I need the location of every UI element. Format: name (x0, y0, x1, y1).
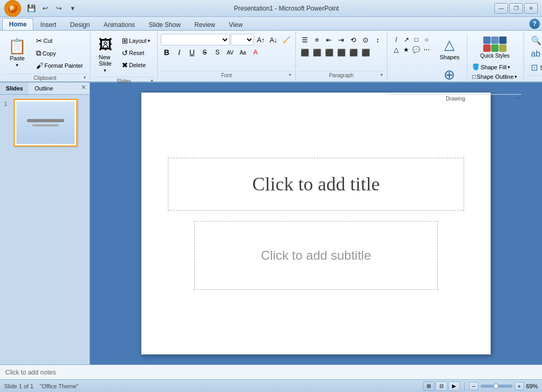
title-placeholder[interactable]: Click to add title (168, 158, 464, 211)
increase-font-button[interactable]: A↑ (255, 34, 267, 45)
delete-button[interactable]: ✖ Delete (119, 59, 153, 71)
thumb-title (27, 119, 64, 122)
drawing-label[interactable]: Drawing (390, 94, 521, 103)
new-slide-label: NewSlide (99, 54, 112, 67)
align-left-button[interactable]: ⬛ (299, 47, 311, 58)
font-name-select[interactable] (161, 34, 230, 45)
tab-home[interactable]: Home (2, 18, 33, 30)
strikethrough-button[interactable]: S (199, 47, 211, 58)
slides-tab[interactable]: Slides (0, 83, 29, 94)
text-box-button[interactable]: ⬛ (360, 47, 372, 58)
new-slide-button[interactable]: 🖼 NewSlide ▾ (94, 34, 117, 76)
tab-insert[interactable]: Insert (33, 19, 63, 30)
align-center-button[interactable]: ⬛ (311, 47, 323, 58)
slideshow-button[interactable]: ▶ (448, 381, 460, 391)
restore-button[interactable]: ❐ (509, 3, 523, 14)
bold-button[interactable]: B (161, 47, 173, 58)
slide-sorter-button[interactable]: ⊟ (436, 381, 447, 391)
editing-label[interactable]: Editing (526, 75, 542, 84)
select-button[interactable]: ⊡ Select ▾ (527, 61, 542, 74)
line-spacing-button[interactable]: ↕ (372, 34, 384, 45)
shape-fill-button[interactable]: 🪣 Shape Fill ▾ (469, 62, 520, 71)
tab-view[interactable]: View (222, 19, 250, 30)
shape-star[interactable]: ★ (402, 45, 411, 54)
qat-dropdown[interactable]: ▾ (67, 3, 78, 14)
paste-button[interactable]: 📋 Paste ▾ (3, 34, 31, 72)
tab-design[interactable]: Design (63, 19, 96, 30)
paste-icon: 📋 (8, 39, 26, 54)
minimize-button[interactable]: — (494, 3, 508, 14)
shape-outline-label: Shape Outline (477, 74, 514, 80)
format-painter-button[interactable]: 🖌 Format Painter (33, 60, 86, 71)
slides-label[interactable]: Slides (93, 77, 155, 85)
replace-icon: ab (531, 49, 540, 59)
inc-indent-button[interactable]: ⇥ (336, 34, 347, 45)
underline-button[interactable]: U (186, 47, 198, 58)
copy-button[interactable]: ⧉ Copy (33, 47, 86, 59)
font-label[interactable]: Font (160, 71, 293, 79)
zoom-in-button[interactable]: + (514, 382, 524, 390)
normal-view-button[interactable]: ⊞ (423, 381, 435, 391)
numbering-button[interactable]: ≡ (311, 34, 323, 45)
shape-outline-button[interactable]: □ Shape Outline ▾ (469, 72, 520, 81)
paste-dropdown[interactable]: ▾ (16, 62, 19, 68)
shape-callout[interactable]: 💬 (412, 45, 421, 54)
canvas-area: Click to add title Click to add subtitle (90, 83, 542, 364)
dec-indent-button[interactable]: ⇤ (323, 34, 335, 45)
qs-box-2 (491, 37, 499, 44)
help-button[interactable]: ? (529, 19, 540, 29)
new-slide-dropdown[interactable]: ▾ (104, 68, 106, 73)
zoom-out-button[interactable]: − (469, 382, 478, 390)
layout-button[interactable]: ⊞ Layout ▾ (119, 35, 153, 47)
shapes-button[interactable]: △ Shapes (435, 34, 465, 63)
cut-button[interactable]: ✂ Cut (33, 35, 86, 47)
columns-button[interactable]: ⬛ (348, 47, 359, 58)
text-direction-button[interactable]: ⟲ (348, 34, 359, 45)
shape-more[interactable]: ⋯ (422, 45, 431, 54)
close-button[interactable]: ✕ (524, 3, 538, 14)
shape-rect[interactable]: □ (412, 35, 421, 44)
slide-thumbnail-1[interactable] (14, 99, 77, 147)
zoom-slider[interactable] (481, 385, 512, 388)
clipboard-label[interactable]: Clipboard (2, 74, 88, 82)
shadow-button[interactable]: S (212, 47, 223, 58)
reset-button[interactable]: ↺ Reset (119, 47, 153, 59)
char-spacing-button[interactable]: AV (224, 47, 236, 58)
clipboard-side: ✂ Cut ⧉ Copy 🖌 Format Painter (32, 34, 87, 72)
decrease-font-button[interactable]: A↓ (268, 34, 279, 45)
office-button[interactable]: P (4, 0, 21, 17)
shape-triangle[interactable]: △ (392, 45, 401, 54)
find-button[interactable]: 🔍 Find (527, 34, 542, 47)
zoom-area: − + 69% (469, 382, 538, 390)
bullets-button[interactable]: ☰ (299, 34, 311, 45)
layout-icon: ⊞ (122, 37, 128, 45)
paragraph-label[interactable]: Paragraph (298, 71, 385, 79)
panel-close-button[interactable]: ✕ (78, 83, 89, 94)
font-color-button[interactable]: A (250, 47, 261, 58)
undo-button[interactable]: ↩ (39, 3, 51, 14)
convert-smartart-button[interactable]: ⊙ (360, 34, 372, 45)
redo-button[interactable]: ↪ (53, 3, 65, 14)
tab-animations[interactable]: Animations (97, 19, 142, 30)
subtitle-placeholder[interactable]: Click to add subtitle (194, 221, 438, 290)
font-size-select[interactable] (231, 34, 254, 45)
shape-oval[interactable]: ○ (422, 35, 431, 44)
shape-arrow[interactable]: ↗ (402, 35, 411, 44)
tab-slideshow[interactable]: Slide Show (142, 19, 187, 30)
quick-styles-button[interactable]: Quick Styles (469, 34, 520, 61)
align-right-button[interactable]: ⬛ (323, 47, 335, 58)
shape-fill-icon: 🪣 (472, 63, 480, 70)
save-button[interactable]: 💾 (25, 3, 37, 14)
clear-format-button[interactable]: 🧹 (281, 34, 292, 45)
notes-area[interactable]: Click to add notes (0, 364, 542, 379)
change-case-button[interactable]: Aa (237, 47, 249, 58)
slide-canvas[interactable]: Click to add title Click to add subtitle (141, 93, 491, 354)
outline-tab[interactable]: Outline (29, 83, 59, 94)
tab-review[interactable]: Review (187, 19, 222, 30)
justify-button[interactable]: ⬛ (336, 47, 347, 58)
select-icon: ⊡ (531, 62, 538, 72)
italic-button[interactable]: I (174, 47, 185, 58)
replace-button[interactable]: ab Replace ▾ (527, 48, 542, 60)
shape-line[interactable]: / (392, 35, 401, 44)
thumb-preview (16, 102, 75, 144)
